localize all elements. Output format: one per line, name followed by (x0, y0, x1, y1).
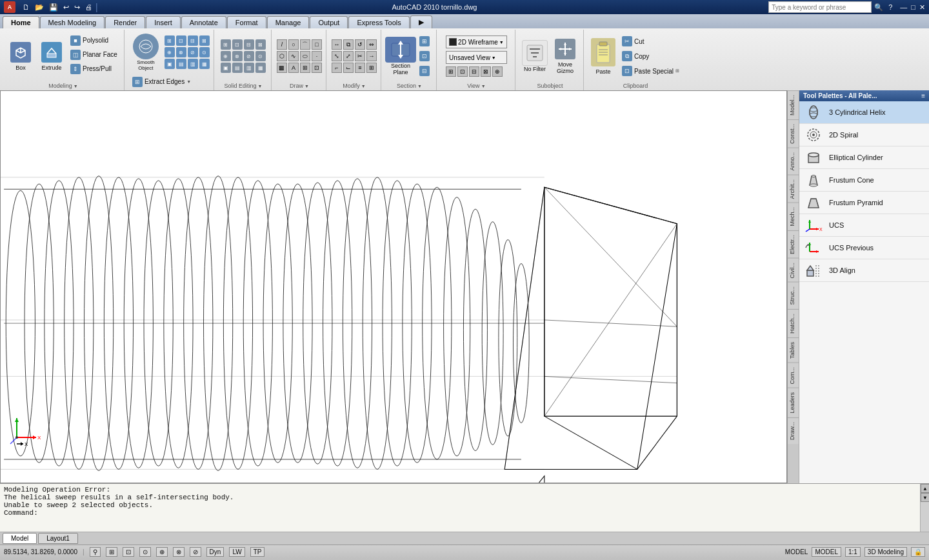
tp-btn[interactable]: TP (250, 547, 265, 557)
print-button[interactable]: 🖨 (83, 3, 94, 12)
zoom-scale-btn[interactable]: 1:1 (845, 547, 861, 557)
solid-icon-12[interactable]: ▦ (255, 63, 266, 73)
mesh-icon-10[interactable]: ▤ (176, 59, 186, 69)
view-icon-5[interactable]: ⊕ (492, 66, 503, 77)
solid-icon-11[interactable]: ▥ (244, 63, 254, 73)
vtab-com[interactable]: Com... (788, 363, 799, 388)
palette-item-ucs-previous[interactable]: UCS Previous (799, 237, 929, 259)
vtab-anno[interactable]: Anno... (788, 148, 799, 175)
maximize-button[interactable]: □ (911, 3, 915, 11)
vtab-draw[interactable]: Draw... (788, 417, 799, 444)
unsaved-view-dropdown[interactable]: Unsaved View ▼ (446, 51, 507, 64)
modify-array-icon[interactable]: ⊞ (366, 63, 377, 73)
box-button[interactable]: Box (6, 35, 35, 77)
grid-btn[interactable]: ⊞ (106, 547, 117, 557)
solid-icon-2[interactable]: ⊡ (232, 39, 243, 50)
tab-output[interactable]: Output (310, 16, 348, 28)
solid-icon-9[interactable]: ▣ (221, 63, 231, 73)
osnap-btn[interactable]: ⊕ (156, 547, 168, 557)
vtab-struc[interactable]: Struc... (788, 282, 799, 309)
draw-block-icon[interactable]: ⊡ (312, 63, 322, 73)
redo-button[interactable]: ↪ (72, 3, 82, 12)
mesh-icon-12[interactable]: ▦ (199, 59, 210, 69)
mesh-icon-9[interactable]: ▣ (165, 59, 175, 69)
modify-rotate-icon[interactable]: ↺ (355, 39, 365, 50)
tab-manage[interactable]: Manage (267, 16, 310, 28)
vtab-hatch[interactable]: Hatch... (788, 309, 799, 337)
search-input[interactable] (768, 1, 872, 13)
paste-spec-button[interactable]: ⊡ Paste Special ⊞ (619, 65, 682, 78)
section-btn2[interactable]: ⊡ (417, 50, 432, 63)
vtab-tables[interactable]: Tables (788, 337, 799, 363)
modify-chamfer-icon[interactable]: ⌙ (343, 63, 354, 73)
tab-insert[interactable]: Insert (146, 16, 181, 28)
mesh-icon-5[interactable]: ⊕ (165, 47, 175, 57)
tab-arrow[interactable]: ▶ (410, 15, 432, 28)
tab-mesh-modeling[interactable]: Mesh Modeling (40, 16, 105, 28)
draw-line-icon[interactable]: / (277, 39, 287, 50)
draw-group-label[interactable]: Draw ▼ (290, 83, 309, 89)
palette-options-icon[interactable]: ≡ (921, 92, 925, 99)
draw-ellipse-icon[interactable]: ⬭ (300, 51, 310, 61)
tab-home[interactable]: Home (3, 16, 39, 28)
tab-render[interactable]: Render (105, 16, 145, 28)
modify-copy-icon[interactable]: ⧉ (343, 39, 354, 50)
vtab-mech[interactable]: Mech... (788, 203, 799, 230)
solid-icon-4[interactable]: ⊠ (255, 39, 266, 50)
smooth-object-button[interactable]: Smooth Object (130, 31, 162, 74)
status-model-btn[interactable]: MODEL (812, 547, 841, 557)
modeling-group-label[interactable]: Modeling ▼ (48, 83, 77, 89)
modify-move-icon[interactable]: ↔ (332, 39, 342, 50)
solid-icon-8[interactable]: ⊙ (255, 51, 266, 61)
view-group-label[interactable]: View ▼ (467, 83, 485, 89)
vtab-electr[interactable]: Electr... (788, 230, 799, 258)
solid-editing-label[interactable]: Solid Editing ▼ (224, 83, 262, 89)
palette-item-elliptical-cylinder[interactable]: Elliptical Cylinder (799, 146, 929, 169)
solid-icon-10[interactable]: ▤ (232, 63, 243, 73)
section-plane-button[interactable]: SectionPlane (386, 35, 415, 77)
open-button[interactable]: 📂 (33, 3, 46, 12)
workspace-btn[interactable]: 3D Modeling (864, 547, 907, 557)
section-btn1[interactable]: ⊞ (417, 35, 432, 48)
view-icon-1[interactable]: ⊞ (446, 66, 456, 77)
planar-face-button[interactable]: ◫ Planar Face (68, 48, 120, 61)
draw-table-icon[interactable]: ⊞ (300, 63, 310, 73)
solid-icon-3[interactable]: ⊟ (244, 39, 254, 50)
solid-icon-5[interactable]: ⊕ (221, 51, 231, 61)
mesh-icon-2[interactable]: ⊡ (176, 35, 186, 46)
polar-btn[interactable]: ⊙ (139, 547, 151, 557)
view-icon-4[interactable]: ⊠ (481, 66, 491, 77)
view-icon-3[interactable]: ⊟ (469, 66, 479, 77)
wireframe-dropdown[interactable]: 2D Wireframe ▼ (446, 35, 507, 48)
tab-annotate[interactable]: Annotate (181, 16, 226, 28)
modify-group-label[interactable]: Modify ▼ (343, 83, 365, 89)
vtab-leaders[interactable]: Leaders (788, 388, 799, 417)
cmd-scroll-up-btn[interactable]: ▲ (921, 484, 929, 493)
draw-poly-icon[interactable]: ⬡ (277, 51, 287, 61)
tab-express-tools[interactable]: Express Tools (348, 16, 409, 28)
mesh-icon-7[interactable]: ⊘ (188, 47, 198, 57)
close-button[interactable]: ✕ (919, 3, 925, 12)
cmd-scroll-down-btn[interactable]: ▼ (921, 493, 929, 502)
dyn-btn[interactable]: Dyn (206, 547, 225, 557)
mesh-icon-1[interactable]: ⊞ (165, 35, 175, 46)
palette-item-cylindrical-helix[interactable]: 3 Cylindrical Helix (799, 101, 929, 124)
palette-item-ucs[interactable]: X UCS (799, 214, 929, 237)
undo-button[interactable]: ↩ (61, 3, 71, 12)
vtab-model[interactable]: Model... (788, 90, 799, 119)
vtab-const[interactable]: Const... (788, 119, 799, 148)
move-gizmo-button[interactable]: Move Gizmo (551, 35, 579, 77)
draw-text-icon[interactable]: A (288, 63, 299, 73)
palette-item-2d-spiral[interactable]: 2D Spiral (799, 124, 929, 146)
mesh-icon-6[interactable]: ⊗ (176, 47, 186, 57)
mesh-icon-4[interactable]: ⊠ (199, 35, 210, 46)
vtab-archit[interactable]: Archit... (788, 175, 799, 203)
layout-tab-model[interactable]: Model (3, 533, 37, 544)
draw-hatch-icon[interactable]: ▩ (277, 63, 287, 73)
palette-item-3d-align[interactable]: 3D Align (799, 259, 929, 282)
solid-icon-1[interactable]: ⊞ (221, 39, 231, 50)
modify-fillet-icon[interactable]: ⌐ (332, 63, 342, 73)
section-btn3[interactable]: ⊟ (417, 65, 432, 78)
draw-rect-icon[interactable]: □ (312, 39, 322, 50)
copy-button[interactable]: ⧉ Copy (619, 50, 682, 63)
